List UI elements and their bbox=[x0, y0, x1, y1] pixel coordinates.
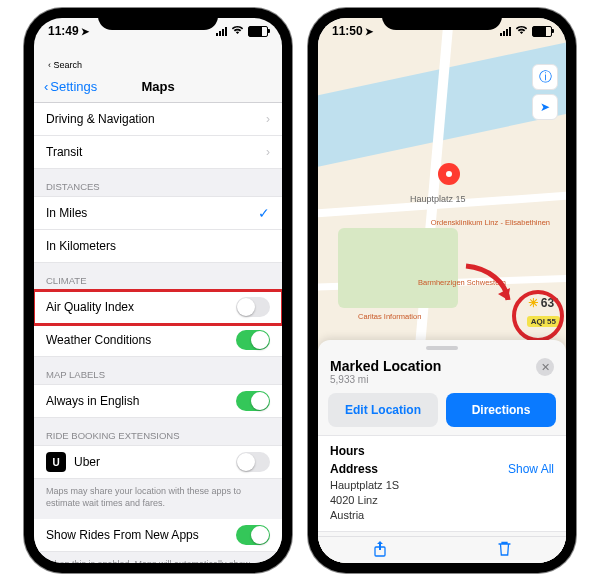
row-in-kilometers[interactable]: In Kilometers bbox=[34, 230, 282, 263]
row-uber[interactable]: UUber bbox=[34, 446, 282, 479]
show-all-link[interactable]: Show All bbox=[508, 462, 554, 476]
hours-label: Hours bbox=[330, 444, 365, 458]
toggle-weather[interactable] bbox=[236, 330, 270, 350]
info-icon: ⓘ bbox=[539, 68, 552, 86]
card-close-button[interactable]: ✕ bbox=[536, 358, 554, 376]
wifi-icon bbox=[231, 24, 244, 38]
edit-location-button[interactable]: Edit Location bbox=[328, 393, 438, 427]
chevron-left-icon: ‹ bbox=[44, 79, 48, 94]
ride-footer-note: Maps may share your location with these … bbox=[34, 479, 282, 519]
card-title: Marked Location bbox=[330, 358, 441, 374]
row-in-miles[interactable]: In Miles✓ bbox=[34, 197, 282, 230]
toggle-english[interactable] bbox=[236, 391, 270, 411]
location-arrow-icon: ➤ bbox=[363, 26, 374, 37]
row-air-quality-index[interactable]: Air Quality Index bbox=[34, 291, 282, 324]
signal-icon bbox=[500, 27, 511, 36]
location-arrow-icon: ➤ bbox=[79, 26, 90, 37]
section-header-map-labels: MAP LABELS bbox=[34, 357, 282, 385]
nav-back-button[interactable]: ‹Settings bbox=[44, 79, 97, 94]
map-pin-label: Hauptplatz 15 bbox=[410, 194, 466, 204]
location-icon: ➤ bbox=[540, 100, 550, 114]
card-grabber[interactable] bbox=[426, 346, 458, 350]
row-transit[interactable]: Transit› bbox=[34, 136, 282, 169]
uber-app-icon: U bbox=[46, 452, 66, 472]
wifi-icon bbox=[515, 24, 528, 38]
status-time: 11:49 bbox=[48, 24, 79, 38]
map-info-button[interactable]: ⓘ bbox=[532, 64, 558, 90]
row-always-english[interactable]: Always in English bbox=[34, 385, 282, 418]
row-weather-conditions[interactable]: Weather Conditions bbox=[34, 324, 282, 357]
aqi-badge: AQI 55 bbox=[527, 316, 560, 327]
poi-label: Ordensklinikum Linz - Elisabethinen bbox=[431, 218, 550, 227]
poi-label: Caritas Information bbox=[358, 312, 421, 321]
map-pin-icon[interactable] bbox=[438, 163, 460, 185]
row-driving-navigation[interactable]: Driving & Navigation› bbox=[34, 103, 282, 136]
battery-icon bbox=[532, 26, 552, 37]
row-show-new-rides[interactable]: Show Rides From New Apps bbox=[34, 519, 282, 552]
battery-icon bbox=[248, 26, 268, 37]
trash-icon bbox=[498, 541, 511, 556]
section-header-distances: DISTANCES bbox=[34, 169, 282, 197]
address-label: Address bbox=[330, 462, 378, 476]
poi-label: Barmherzigen Schwestern bbox=[418, 278, 506, 287]
card-toolbar bbox=[318, 536, 566, 563]
card-distance: 5,933 mi bbox=[330, 374, 441, 385]
sun-icon: ☀ bbox=[528, 296, 539, 310]
toggle-aqi[interactable] bbox=[236, 297, 270, 317]
delete-button[interactable] bbox=[498, 541, 511, 559]
breadcrumb-back[interactable]: ‹ Search bbox=[34, 60, 282, 70]
directions-button[interactable]: Directions bbox=[446, 393, 556, 427]
section-header-climate: CLIMATE bbox=[34, 263, 282, 291]
section-header-ride: RIDE BOOKING EXTENSIONS bbox=[34, 418, 282, 446]
ride-footer-note-2: When this is enabled, Maps will automati… bbox=[34, 552, 282, 563]
share-icon bbox=[373, 541, 387, 557]
status-time: 11:50 bbox=[332, 24, 363, 38]
share-button[interactable] bbox=[373, 541, 387, 560]
checkmark-icon: ✓ bbox=[258, 205, 270, 221]
place-card: Marked Location 5,933 mi ✕ Edit Location… bbox=[318, 340, 566, 563]
address-lines: Hauptplatz 1S 4020 Linz Austria bbox=[318, 476, 566, 531]
home-indicator[interactable] bbox=[113, 566, 203, 570]
chevron-right-icon: › bbox=[266, 145, 270, 159]
toggle-show-new-rides[interactable] bbox=[236, 525, 270, 545]
weather-aqi-widget[interactable]: ☀63° AQI 55 bbox=[527, 296, 560, 328]
page-title: Maps bbox=[141, 79, 174, 94]
close-icon: ✕ bbox=[541, 361, 550, 374]
home-indicator[interactable] bbox=[397, 566, 487, 570]
toggle-uber[interactable] bbox=[236, 452, 270, 472]
chevron-right-icon: › bbox=[266, 112, 270, 126]
nav-bar: ‹Settings Maps bbox=[34, 70, 282, 103]
map-locate-button[interactable]: ➤ bbox=[532, 94, 558, 120]
signal-icon bbox=[216, 27, 227, 36]
